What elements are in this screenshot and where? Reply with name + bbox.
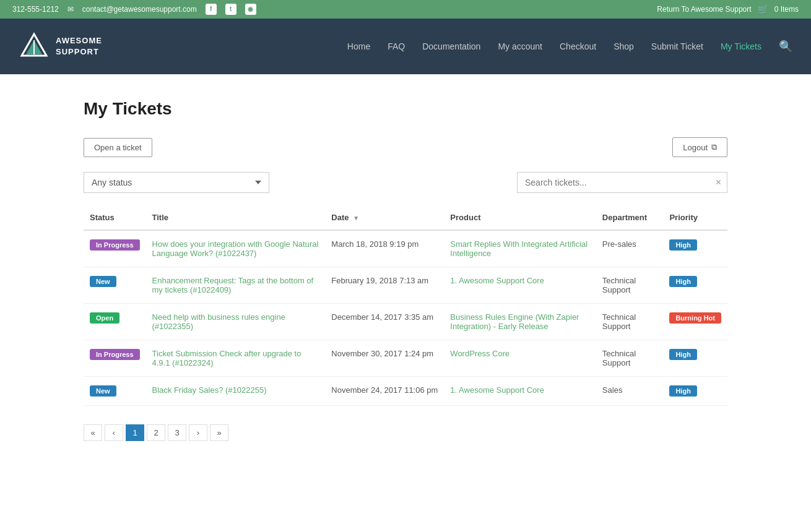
logo-text: AWESOME SUPPORT <box>56 35 102 58</box>
row-department: Sales <box>596 377 664 406</box>
product-link[interactable]: WordPress Core <box>450 349 510 358</box>
email-icon: ✉ <box>67 5 74 14</box>
row-product: WordPress Core <box>444 340 596 377</box>
row-title: Black Friday Sales? (#1022255) <box>146 377 326 406</box>
row-date: November 24, 2017 11:06 pm <box>325 377 444 406</box>
rss-icon[interactable]: ◉ <box>245 4 256 15</box>
table-row: Open Need help with business rules engin… <box>84 304 727 340</box>
ticket-link[interactable]: How does your integration with Google Na… <box>152 239 319 258</box>
logout-button[interactable]: Logout ⧉ <box>672 137 727 157</box>
page-3-button[interactable]: 3 <box>168 424 186 441</box>
priority-badge: High <box>669 239 696 251</box>
col-date[interactable]: Date ▼ <box>325 205 444 230</box>
row-title: Need help with business rules engine (#1… <box>146 304 326 340</box>
col-department: Department <box>596 205 664 230</box>
pagination: « ‹ 1 2 3 › » <box>84 424 727 441</box>
row-department: Technical Support <box>596 304 664 340</box>
page-prev-button[interactable]: ‹ <box>105 424 123 441</box>
logout-icon: ⧉ <box>711 142 717 152</box>
table-row: In Progress Ticket Submission Check afte… <box>84 340 727 377</box>
sort-arrow: ▼ <box>353 215 359 221</box>
row-date: March 18, 2018 9:19 pm <box>325 230 444 267</box>
status-badge: In Progress <box>90 239 140 251</box>
nav-documentation[interactable]: Documentation <box>422 41 480 51</box>
product-link[interactable]: 1. Awesome Support Core <box>450 276 544 285</box>
facebook-icon[interactable]: f <box>206 4 217 15</box>
page-next-button[interactable]: › <box>189 424 207 441</box>
status-badge: In Progress <box>90 349 140 360</box>
row-priority: High <box>663 340 727 377</box>
table-row: New Enhancement Request: Tags at the bot… <box>84 267 727 304</box>
email-link[interactable]: contact@getawesomesupport.com <box>82 5 197 14</box>
search-input[interactable] <box>517 172 727 193</box>
col-priority: Priority <box>663 205 727 230</box>
row-priority: High <box>663 230 727 267</box>
logo[interactable]: AWESOME SUPPORT <box>19 31 102 62</box>
col-product: Product <box>444 205 596 230</box>
logout-label: Logout <box>683 143 708 152</box>
table-row: New Black Friday Sales? (#1022255) Novem… <box>84 377 727 406</box>
page-2-button[interactable]: 2 <box>147 424 165 441</box>
nav-home[interactable]: Home <box>347 41 370 51</box>
product-link[interactable]: Business Rules Engine (With Zapier Integ… <box>450 312 579 331</box>
twitter-icon[interactable]: t <box>225 4 236 15</box>
nav-myaccount[interactable]: My account <box>498 41 542 51</box>
status-badge: New <box>90 385 116 397</box>
row-status: In Progress <box>84 230 146 267</box>
nav-links: Home FAQ Documentation My account Checko… <box>347 40 792 53</box>
top-bar: 312-555-1212 ✉ contact@getawesomesupport… <box>0 0 811 19</box>
table-header: Status Title Date ▼ Product Department P… <box>84 205 727 230</box>
return-link[interactable]: Return To Awesome Support <box>657 5 751 14</box>
ticket-link[interactable]: Ticket Submission Check after upgrade to… <box>152 349 301 367</box>
product-link[interactable]: 1. Awesome Support Core <box>450 385 544 395</box>
page-title: My Tickets <box>84 99 727 119</box>
row-status: New <box>84 267 146 304</box>
filter-row: Any status New Open In Progress Closed × <box>84 172 727 193</box>
row-date: November 30, 2017 1:24 pm <box>325 340 444 377</box>
col-title: Title <box>146 205 326 230</box>
row-department: Technical Support <box>596 267 664 304</box>
row-department: Pre-sales <box>596 230 664 267</box>
row-product: Smart Replies With Integrated Artificial… <box>444 230 596 267</box>
product-link[interactable]: Smart Replies With Integrated Artificial… <box>450 239 588 258</box>
nav-faq[interactable]: FAQ <box>388 41 405 51</box>
row-product: 1. Awesome Support Core <box>444 377 596 406</box>
ticket-link[interactable]: Need help with business rules engine (#1… <box>152 312 285 331</box>
search-nav-button[interactable]: 🔍 <box>779 40 792 53</box>
row-status: Open <box>84 304 146 340</box>
nav-checkout[interactable]: Checkout <box>560 41 596 51</box>
cart-count[interactable]: 0 Items <box>774 5 799 14</box>
row-date: December 14, 2017 3:35 am <box>325 304 444 340</box>
open-ticket-button[interactable]: Open a ticket <box>84 138 152 157</box>
col-status: Status <box>84 205 146 230</box>
nav-my-tickets[interactable]: My Tickets <box>721 41 761 51</box>
priority-badge: Burning Hot <box>669 312 721 324</box>
page-first-button[interactable]: « <box>84 424 102 441</box>
row-priority: Burning Hot <box>663 304 727 340</box>
status-filter[interactable]: Any status New Open In Progress Closed <box>84 172 269 193</box>
navbar: AWESOME SUPPORT Home FAQ Documentation M… <box>0 19 811 74</box>
page-1-button[interactable]: 1 <box>126 424 144 441</box>
ticket-link[interactable]: Black Friday Sales? (#1022255) <box>152 385 267 395</box>
phone-number: 312-555-1212 <box>12 5 59 14</box>
row-title: Ticket Submission Check after upgrade to… <box>146 340 326 377</box>
row-department: Technical Support <box>596 340 664 377</box>
nav-shop[interactable]: Shop <box>614 41 634 51</box>
ticket-link[interactable]: Enhancement Request: Tags at the bottom … <box>152 276 314 294</box>
page-last-button[interactable]: » <box>210 424 228 441</box>
table-body: In Progress How does your integration wi… <box>84 230 727 406</box>
search-clear-button[interactable]: × <box>716 177 721 188</box>
action-bar: Open a ticket Logout ⧉ <box>84 137 727 157</box>
topbar-right: Return To Awesome Support 🛒 0 Items <box>657 4 799 14</box>
search-box: × <box>517 172 727 193</box>
nav-submit-ticket[interactable]: Submit Ticket <box>651 41 703 51</box>
row-title: How does your integration with Google Na… <box>146 230 326 267</box>
row-title: Enhancement Request: Tags at the bottom … <box>146 267 326 304</box>
priority-badge: High <box>669 385 696 397</box>
logo-icon <box>19 31 50 62</box>
row-status: In Progress <box>84 340 146 377</box>
row-product: Business Rules Engine (With Zapier Integ… <box>444 304 596 340</box>
row-status: New <box>84 377 146 406</box>
status-badge: Open <box>90 312 119 324</box>
priority-badge: High <box>669 276 696 287</box>
